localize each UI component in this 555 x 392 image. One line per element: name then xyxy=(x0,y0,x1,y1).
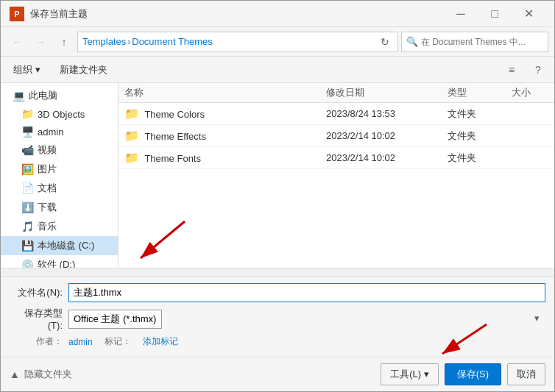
sidebar-item-videos[interactable]: 📹 视频 xyxy=(1,140,118,160)
file-type-cell: 文件夹 xyxy=(442,103,506,125)
search-bar[interactable]: 🔍 xyxy=(401,32,548,52)
filetype-select-wrapper: Office 主题 (*.thmx) xyxy=(68,310,545,329)
main-content: 💻 此电脑 📁 3D Objects 🖥️ admin 📹 视频 🖼️ 图片 📄 xyxy=(1,83,554,268)
col-header-size[interactable]: 大小 xyxy=(506,83,554,103)
minimize-button[interactable]: ─ xyxy=(444,4,478,24)
hide-folders-arrow: ▲ xyxy=(10,368,20,380)
table-row[interactable]: 📁 Theme Colors 2023/8/24 13:53 文件夹 xyxy=(119,103,554,125)
tools-button[interactable]: 工具(L) ▾ xyxy=(381,363,439,385)
admin-icon: 🖥️ xyxy=(21,126,33,138)
pictures-icon: 🖼️ xyxy=(21,163,33,175)
filetype-select[interactable]: Office 主题 (*.thmx) xyxy=(68,310,162,329)
sidebar-item-this-pc[interactable]: 💻 此电脑 xyxy=(1,86,118,105)
new-folder-button[interactable]: 新建文件夹 xyxy=(53,60,114,80)
sidebar-item-3d-objects[interactable]: 📁 3D Objects xyxy=(1,105,118,123)
footer: ▲ 隐藏文件夹 工具(L) ▾ 保存(S) 取消 xyxy=(1,357,554,391)
title-bar: P 保存当前主题 ─ □ ✕ xyxy=(1,1,554,27)
address-sep-1: › xyxy=(127,37,130,47)
hide-folders-label: 隐藏文件夹 xyxy=(24,368,72,381)
footer-right: 工具(L) ▾ 保存(S) 取消 xyxy=(381,363,545,385)
music-icon: 🎵 xyxy=(21,221,33,232)
tag-value[interactable]: 添加标记 xyxy=(143,335,178,348)
forward-button[interactable]: → xyxy=(30,32,51,52)
title-controls: ─ □ ✕ xyxy=(444,4,545,24)
table-row[interactable]: 📁 Theme Fonts 2023/2/14 10:02 文件夹 xyxy=(119,147,554,169)
sidebar-label-software-disk: 软件 (D:) xyxy=(38,258,75,268)
sidebar-label-downloads: 下载 xyxy=(38,201,57,214)
videos-icon: 📹 xyxy=(21,144,33,156)
address-bar[interactable]: Templates › Document Themes ↻ xyxy=(77,32,398,52)
col-header-date[interactable]: 修改日期 xyxy=(320,83,441,103)
save-dialog: P 保存当前主题 ─ □ ✕ ← → ↑ Templates › Documen… xyxy=(0,0,555,392)
file-type-cell: 文件夹 xyxy=(442,125,506,147)
sidebar-item-downloads[interactable]: ⬇️ 下载 xyxy=(1,198,118,217)
sidebar-label-admin: admin xyxy=(38,126,63,138)
folder-icon: 📁 xyxy=(124,129,139,142)
file-name-cell: 📁 Theme Effects xyxy=(119,125,320,147)
file-type-cell: 文件夹 xyxy=(442,147,506,169)
folder-icon: 📁 xyxy=(124,152,139,164)
col-header-type[interactable]: 类型 xyxy=(442,83,506,103)
title-bar-left: P 保存当前主题 xyxy=(10,7,88,21)
col-header-name[interactable]: 名称 xyxy=(119,83,320,103)
sidebar-label-pictures: 图片 xyxy=(38,163,57,176)
local-disk-icon: 💾 xyxy=(21,240,33,252)
sidebar-item-local-disk[interactable]: 💾 本地磁盘 (C:) xyxy=(1,236,118,255)
filename-input[interactable] xyxy=(68,283,545,302)
file-date-cell: 2023/2/14 10:02 xyxy=(320,147,441,169)
cancel-button[interactable]: 取消 xyxy=(507,363,545,385)
hide-folders-area[interactable]: ▲ 隐藏文件夹 xyxy=(10,368,72,381)
search-input[interactable] xyxy=(421,37,543,47)
file-name-cell: 📁 Theme Fonts xyxy=(119,147,320,169)
filetype-label: 保存类型(T): xyxy=(10,307,68,331)
view-button[interactable]: ≡ xyxy=(501,60,522,80)
file-size-cell xyxy=(506,125,554,147)
folder-icon: 📁 xyxy=(124,107,139,120)
file-area: 名称 修改日期 类型 大小 📁 Theme Colors 2023/8/24 1… xyxy=(119,83,554,268)
close-button[interactable]: ✕ xyxy=(512,4,545,24)
app-icon: P xyxy=(10,7,24,21)
save-button[interactable]: 保存(S) xyxy=(445,363,501,385)
tag-label: 标记： xyxy=(105,335,131,348)
address-parts: Templates › Document Themes xyxy=(82,36,374,47)
downloads-icon: ⬇️ xyxy=(21,202,33,213)
documents-icon: 📄 xyxy=(21,182,33,194)
sidebar-label-3d-objects: 3D Objects xyxy=(38,109,85,120)
filename-label: 文件名(N): xyxy=(10,286,68,299)
help-button[interactable]: ? xyxy=(528,60,548,80)
sidebar: 💻 此电脑 📁 3D Objects 🖥️ admin 📹 视频 🖼️ 图片 📄 xyxy=(1,83,119,268)
sidebar-label-documents: 文档 xyxy=(38,182,57,195)
sidebar-label-music: 音乐 xyxy=(38,220,57,233)
dialog-title: 保存当前主题 xyxy=(30,7,88,21)
organize-button[interactable]: 组织 ▾ xyxy=(7,60,47,80)
horizontal-scrollbar[interactable] xyxy=(1,268,554,277)
maximize-button[interactable]: □ xyxy=(478,4,512,24)
this-pc-icon: 💻 xyxy=(13,90,24,101)
sidebar-item-software-disk[interactable]: 💿 软件 (D:) xyxy=(1,255,118,268)
navigation-toolbar: ← → ↑ Templates › Document Themes ↻ 🔍 xyxy=(1,27,554,57)
sidebar-label-videos: 视频 xyxy=(38,143,57,157)
sidebar-item-admin[interactable]: 🖥️ admin xyxy=(1,123,118,140)
author-label: 作者： xyxy=(10,335,68,348)
sidebar-label-this-pc: 此电脑 xyxy=(29,89,57,102)
file-date-cell: 2023/2/14 10:02 xyxy=(320,125,441,147)
back-button[interactable]: ← xyxy=(7,32,27,52)
address-document-themes[interactable]: Document Themes xyxy=(132,36,213,47)
up-button[interactable]: ↑ xyxy=(54,32,74,52)
sidebar-item-documents[interactable]: 📄 文档 xyxy=(1,179,118,198)
actions-bar: 组织 ▾ 新建文件夹 ≡ ? xyxy=(1,57,554,83)
software-disk-icon: 💿 xyxy=(21,259,33,268)
meta-row: 作者： admin 标记： 添加标记 xyxy=(10,335,545,348)
search-icon: 🔍 xyxy=(406,36,418,47)
author-value[interactable]: admin xyxy=(68,337,93,347)
address-templates[interactable]: Templates xyxy=(82,36,126,47)
table-row[interactable]: 📁 Theme Effects 2023/2/14 10:02 文件夹 xyxy=(119,125,554,147)
sidebar-item-music[interactable]: 🎵 音乐 xyxy=(1,217,118,236)
bottom-form-area: 文件名(N): 保存类型(T): Office 主题 (*.thmx) 作者： … xyxy=(1,277,554,357)
file-name-cell: 📁 Theme Colors xyxy=(119,103,320,125)
sidebar-label-local-disk: 本地磁盘 (C:) xyxy=(38,239,94,252)
refresh-icon[interactable]: ↻ xyxy=(377,34,393,50)
filename-row: 文件名(N): xyxy=(10,283,545,302)
file-table: 名称 修改日期 类型 大小 📁 Theme Colors 2023/8/24 1… xyxy=(119,83,554,169)
sidebar-item-pictures[interactable]: 🖼️ 图片 xyxy=(1,160,118,179)
